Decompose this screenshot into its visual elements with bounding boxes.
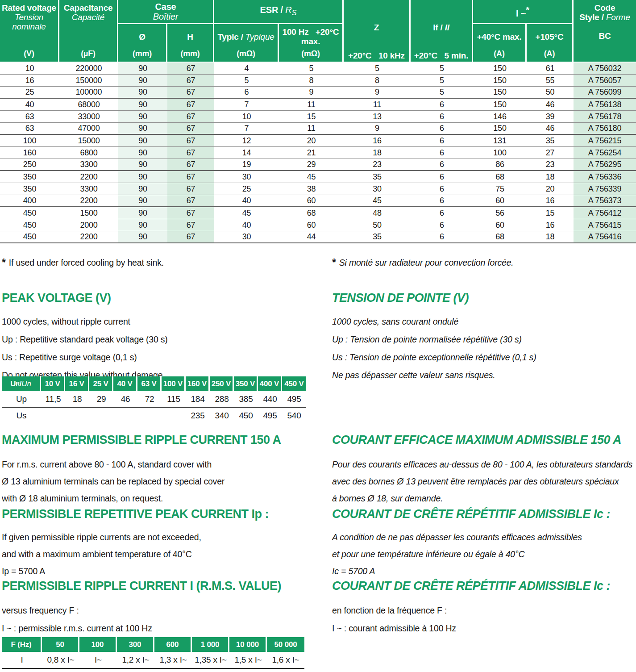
heading-peak-voltage-fr: TENSION DE POINTE (V) (332, 291, 469, 305)
table-cell: 6 (411, 219, 473, 231)
header-capacitance-fr: Capacité (64, 13, 113, 22)
table-cell: 100 (473, 147, 527, 159)
table-cell: 35 (527, 135, 574, 147)
table-cell: 3300 (59, 159, 118, 171)
table-cell: 6 (411, 171, 473, 183)
header-100hz-line2: max. (283, 37, 339, 46)
frequency-row-label: I (2, 652, 42, 669)
table-cell: 30 (214, 171, 279, 183)
peak-table-volt-header: 450 V (282, 376, 306, 391)
header-diameter-unit: (mm) (133, 49, 152, 62)
table-cell: A 756373 (574, 195, 636, 207)
table-cell: 50 (344, 219, 411, 231)
table-cell: 1,6 x I~ (267, 652, 304, 669)
table-cell: 39 (527, 111, 574, 123)
text-line: Ø 13 aluminium terminals can be replaced… (2, 473, 224, 490)
table-cell: 90 (118, 87, 167, 99)
heading-rms-fr: COURANT DE CRÊTE RÉPÉTITIF ADMISSIBLE Ic… (332, 579, 610, 593)
table-cell: 18 (527, 231, 574, 243)
header-105c-label: +105°C (536, 32, 564, 42)
table-cell: 220000 (59, 63, 118, 75)
table-cell: 67 (167, 99, 214, 111)
table-cell: 11 (279, 123, 344, 135)
table-cell: 7 (214, 123, 279, 135)
table-cell: 16 (0, 75, 59, 87)
paragraph-ripple150-fr: Pour des courants efficaces au-dessus de… (332, 456, 632, 507)
table-cell: 14 (214, 147, 279, 159)
table-cell: A 756336 (574, 171, 636, 183)
main-table-row: 161500009067588515055A 756057 (0, 75, 636, 87)
table-cell (162, 408, 186, 424)
table-cell: A 756215 (574, 135, 636, 147)
header-typic-unit: (mΩ) (237, 49, 255, 62)
frequency-table-col-header: 300 (117, 637, 154, 652)
header-105c: +105°C (A) (527, 24, 574, 62)
text-line: Ne pas dépasser cette valeur sans risque… (332, 366, 536, 384)
peak-table-row: Us235340450495540 (2, 408, 306, 424)
header-height: H (mm) (167, 24, 214, 62)
table-cell: 495 (282, 391, 306, 408)
table-cell: 90 (118, 123, 167, 135)
table-cell: 150 (473, 63, 527, 75)
text-line: I ~ : permissible r.m.s. current at 100 … (2, 619, 152, 637)
header-code-bc: BC (599, 31, 611, 41)
table-cell: 56 (473, 207, 527, 219)
peak-table-volt-header: 16 V (65, 376, 89, 391)
main-table-row: 634700090677119615046A 756180 (0, 123, 636, 135)
footnote-fr: *Si monté sur radiateur pour convection … (332, 256, 514, 268)
table-cell: 2200 (59, 231, 118, 243)
frequency-table-header: F (Hz) 501003006001 00010 00050 000 (2, 637, 305, 652)
text-line: and with a maximum ambient temperature o… (2, 546, 201, 563)
header-leakage-bold: If / (433, 23, 445, 32)
table-cell: 6 (411, 123, 473, 135)
table-cell: 90 (118, 159, 167, 171)
table-cell: 35 (344, 231, 411, 243)
peak-table-row-label: Us (2, 408, 41, 424)
header-case-fr: Boîtier (153, 12, 178, 21)
header-impedance-line2: +20°C 10 kHz (348, 51, 405, 60)
table-cell: 46 (527, 123, 574, 135)
table-cell: 540 (282, 408, 306, 424)
table-cell: 63 (0, 123, 59, 135)
table-cell: 60 (279, 195, 344, 207)
heading-peak-voltage-en: PEAK VOLTAGE (V) (2, 291, 111, 305)
main-table-row: 251000009067699515050A 756099 (0, 87, 636, 99)
table-cell: 35 (344, 171, 411, 183)
main-table-row: 4002200906740604566016A 756373 (0, 195, 636, 207)
table-cell: 10 (0, 63, 59, 75)
peak-table-rows: Up11,518294672115184288385440495Us235340… (2, 391, 306, 424)
peak-table-volt-header: 25 V (89, 376, 113, 391)
table-cell: 67 (167, 147, 214, 159)
peak-table-volt-header: 350 V (234, 376, 258, 391)
text-line: en fonction de la fréquence F : (332, 601, 456, 619)
table-cell: 47000 (59, 123, 118, 135)
peak-table-volt-header: 400 V (258, 376, 282, 391)
frequency-table-col-header: 600 (154, 637, 192, 652)
header-typic-fr: Typique (245, 32, 274, 42)
frequency-table: F (Hz) 501003006001 00010 00050 000 I 0,… (2, 637, 305, 669)
header-esr-bold: ESR / (260, 5, 286, 15)
header-leakage-line2: +20°C 5 min. (414, 51, 469, 60)
table-cell: 150 (473, 99, 527, 111)
table-cell: 2200 (59, 195, 118, 207)
header-typic-en: Typic / (217, 32, 245, 42)
table-cell: 6 (411, 135, 473, 147)
text-line: A condition de ne pas dépasser les coura… (332, 529, 582, 546)
main-table-row: 4502200906730443566818A 756416 (0, 231, 636, 243)
text-line: Pour des courants efficaces au-dessus de… (332, 456, 632, 473)
text-line: Ip = 5700 A (2, 563, 201, 580)
peak-table-volt-header: 40 V (113, 376, 137, 391)
header-ripple-label: I ~ (516, 8, 526, 18)
table-cell: 90 (118, 171, 167, 183)
table-cell: 6 (214, 87, 279, 99)
table-cell: 4 (214, 63, 279, 75)
table-cell: 90 (118, 63, 167, 75)
table-cell: 2000 (59, 219, 118, 231)
table-cell: 68 (473, 231, 527, 243)
table-cell: 67 (167, 135, 214, 147)
table-cell: 1,3 x I~ (154, 652, 192, 669)
table-cell: 16 (527, 195, 574, 207)
header-rated-voltage: Rated voltage Tension nominale (V) (0, 0, 59, 62)
header-40c: +40°C max. (A) (473, 24, 527, 62)
table-cell: 11 (279, 99, 344, 111)
